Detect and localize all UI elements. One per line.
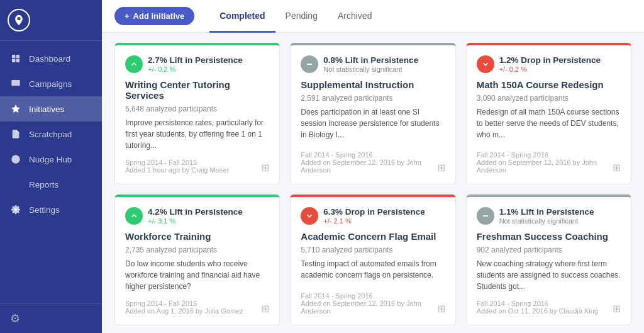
sidebar-item-campaigns[interactable]: Campaigns <box>0 71 102 96</box>
card-expand-icon[interactable]: ⊞ <box>613 162 621 174</box>
metric-text: 1.2% Drop in Persistence +/- 0.2 % <box>499 55 601 73</box>
card-date-added: Fall 2014 - Spring 2016 Added on Oct 11,… <box>477 300 598 315</box>
metric-icon <box>125 55 143 73</box>
metric-subtitle: +/- 0.2 % <box>499 65 601 73</box>
metric-text: 4.2% Lift in Persistence +/- 3.1 % <box>148 207 243 225</box>
sidebar-item-label: Initiatives <box>29 104 64 114</box>
card-title: Supplemental Instruction <box>301 79 445 90</box>
dashboard-icon <box>10 53 21 64</box>
card-date: Fall 2014 - Spring 2016 <box>301 151 436 159</box>
metric-icon <box>301 207 318 225</box>
tabs: CompletedPendingArchived <box>209 0 382 32</box>
svg-rect-0 <box>12 55 15 58</box>
card-expand-icon[interactable]: ⊞ <box>437 162 445 174</box>
metric-value: 2.7% Lift in Persistence <box>148 55 243 65</box>
sidebar-item-label: Campaigns <box>29 79 72 89</box>
header: + Add initiative CompletedPendingArchive… <box>102 0 644 33</box>
card-date: Fall 2014 - Spring 2016 <box>301 292 436 300</box>
card-expand-icon[interactable]: ⊞ <box>437 303 445 315</box>
card-expand-icon[interactable]: ⊞ <box>261 162 269 174</box>
card-expand-icon[interactable]: ⊞ <box>613 303 621 315</box>
card-date-added: Fall 2014 - Spring 2016 Added on Septemb… <box>301 292 436 315</box>
metric-subtitle: +/- 3.1 % <box>148 217 243 225</box>
tab-completed[interactable]: Completed <box>209 1 275 33</box>
initiative-card[interactable]: 2.7% Lift in Persistence +/- 0.2 % Writi… <box>114 43 280 184</box>
scratchpad-icon <box>10 128 21 140</box>
card-description: Improve persistence rates, particularly … <box>125 117 269 151</box>
svg-marker-5 <box>11 104 19 113</box>
card-expand-icon[interactable]: ⊞ <box>261 303 269 315</box>
svg-rect-3 <box>16 59 19 62</box>
cards-area: 2.7% Lift in Persistence +/- 0.2 % Writi… <box>102 33 644 333</box>
metric-subtitle: Not statistically significant <box>499 217 594 225</box>
card-footer: Fall 2014 - Spring 2016 Added on Septemb… <box>301 151 445 174</box>
sidebar-bottom: ⚙ <box>0 303 102 333</box>
settings-gear-icon[interactable]: ⚙ <box>10 312 92 325</box>
metric-value: 0.8% Lift in Persistence <box>323 55 418 65</box>
card-footer: Fall 2014 - Spring 2016 Added on Septemb… <box>477 151 621 174</box>
cards-grid: 2.7% Lift in Persistence +/- 0.2 % Writi… <box>114 43 631 325</box>
initiative-card[interactable]: 0.8% Lift in Persistence Not statistical… <box>290 43 455 184</box>
tab-pending[interactable]: Pending <box>275 1 328 33</box>
card-date: Spring 2014 - Fall 2016 <box>125 159 229 166</box>
metric-text: 1.1% Lift in Persistence Not statistical… <box>499 207 594 225</box>
sidebar-item-reports[interactable]: Reports <box>0 172 102 197</box>
card-title: Math 150A Course Redesign <box>477 79 621 90</box>
card-description: New coaching strategy where first term s… <box>477 258 621 292</box>
card-footer: Fall 2014 - Spring 2016 Added on Septemb… <box>301 292 445 315</box>
initiatives-icon <box>10 103 21 115</box>
sidebar-item-settings[interactable]: Settings <box>0 197 102 222</box>
card-date-added: Fall 2014 - Spring 2016 Added on Septemb… <box>301 151 436 174</box>
svg-rect-4 <box>11 80 19 86</box>
settings-icon <box>10 204 21 215</box>
card-participants: 5,710 analyzed participants <box>301 246 445 254</box>
sidebar-item-nudge-hub[interactable]: Nudge Hub <box>0 147 102 172</box>
metric-value: 6.3% Drop in Persistence <box>323 207 425 217</box>
card-date-added: Spring 2014 - Fall 2016 Added 1 hour ago… <box>125 159 229 174</box>
sidebar: Dashboard Campaigns Initiatives Scratchp… <box>0 0 102 333</box>
card-description: Do low income students who receive workf… <box>125 258 269 292</box>
metric-text: 2.7% Lift in Persistence +/- 0.2 % <box>148 55 243 73</box>
sidebar-item-label: Scratchpad <box>29 130 72 139</box>
tab-archived[interactable]: Archived <box>328 1 382 33</box>
initiative-card[interactable]: 4.2% Lift in Persistence +/- 3.1 % Workf… <box>114 195 280 325</box>
card-date-added: Spring 2014 - Fall 2016 Added on Aug 1, … <box>125 300 243 315</box>
card-participants: 5,648 analyzed participants <box>125 104 269 113</box>
add-initiative-label: Add initiative <box>133 11 185 21</box>
card-footer: Spring 2014 - Fall 2016 Added 1 hour ago… <box>125 159 269 174</box>
metric-value: 4.2% Lift in Persistence <box>148 207 243 217</box>
nudge-hub-icon <box>10 154 21 165</box>
card-title: Workforce Training <box>125 231 269 242</box>
initiative-card[interactable]: 1.2% Drop in Persistence +/- 0.2 % Math … <box>466 43 631 184</box>
card-title: Writing Center Tutoring Services <box>125 79 269 101</box>
sidebar-item-initiatives[interactable]: Initiatives <box>0 96 102 121</box>
card-title: Freshman Success Coaching <box>477 231 621 242</box>
sidebar-item-label: Dashboard <box>29 54 70 64</box>
card-participants: 3,090 analyzed participants <box>477 94 621 103</box>
card-metric: 1.2% Drop in Persistence +/- 0.2 % <box>477 55 621 73</box>
reports-icon <box>10 179 21 190</box>
add-initiative-button[interactable]: + Add initiative <box>114 7 194 25</box>
metric-icon <box>477 207 494 225</box>
card-title: Academic Concern Flag Email <box>301 231 445 242</box>
card-metric: 1.1% Lift in Persistence Not statistical… <box>477 207 621 225</box>
card-metric: 2.7% Lift in Persistence +/- 0.2 % <box>125 55 269 73</box>
card-participants: 902 analyzed participants <box>477 246 621 254</box>
sidebar-item-dashboard[interactable]: Dashboard <box>0 46 102 71</box>
main-content: + Add initiative CompletedPendingArchive… <box>102 0 644 333</box>
metric-subtitle: +/- 0.2 % <box>148 65 243 73</box>
card-date: Fall 2014 - Spring 2016 <box>477 151 613 159</box>
metric-icon <box>125 207 143 225</box>
initiative-card[interactable]: 6.3% Drop in Persistence +/- 2.1 % Acade… <box>290 195 455 325</box>
sidebar-item-label: Nudge Hub <box>29 155 72 164</box>
logo <box>0 0 102 41</box>
svg-rect-2 <box>12 59 15 62</box>
campaigns-icon <box>10 78 21 89</box>
card-added: Added on September 12, 2016 by John Ande… <box>477 159 613 174</box>
card-added: Added on September 12, 2016 by John Ande… <box>301 300 436 315</box>
sidebar-item-scratchpad[interactable]: Scratchpad <box>0 121 102 147</box>
initiative-card[interactable]: 1.1% Lift in Persistence Not statistical… <box>466 195 631 325</box>
card-footer: Fall 2014 - Spring 2016 Added on Oct 11,… <box>477 300 621 315</box>
card-added: Added on Aug 1, 2016 by Julia Gomez <box>125 307 243 315</box>
card-date-added: Fall 2014 - Spring 2016 Added on Septemb… <box>477 151 613 174</box>
